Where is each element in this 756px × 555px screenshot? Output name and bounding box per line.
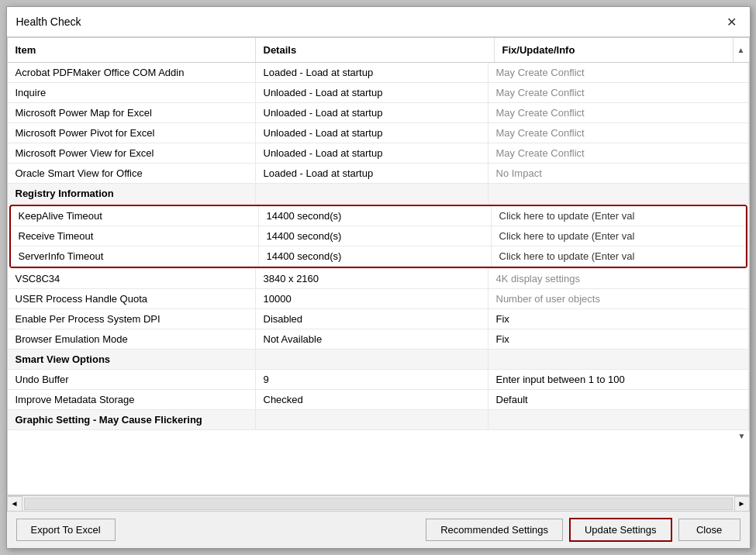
cell-fix: Fix (488, 309, 749, 329)
cell-details (256, 410, 488, 429)
scroll-up-icon[interactable]: ▲ (734, 38, 749, 62)
col-fix: Fix/Update/Info (495, 38, 734, 62)
col-details: Details (256, 38, 495, 62)
table-row[interactable]: Microsoft Power View for ExcelUnloaded -… (8, 143, 749, 164)
table-row[interactable]: Enable Per Process System DPIDisabledFix (8, 309, 749, 329)
scroll-right-icon[interactable]: ► (734, 496, 750, 512)
cell-details: 10000 (256, 289, 488, 309)
update-settings-button[interactable]: Update Settings (569, 518, 672, 542)
cell-item: USER Process Handle Quota (8, 289, 256, 309)
cell-details (256, 350, 488, 369)
cell-fix: May Create Conflict (488, 103, 749, 122)
cell-fix: May Create Conflict (488, 83, 749, 102)
cell-fix: May Create Conflict (488, 63, 749, 82)
scroll-left-icon[interactable]: ◄ (7, 496, 22, 512)
cell-item: Registry Information (8, 184, 256, 203)
cell-item: Browser Emulation Mode (8, 329, 256, 349)
table-row[interactable]: Acrobat PDFMaker Office COM AddinLoaded … (8, 63, 749, 83)
cell-details: Unloaded - Load at startup (256, 83, 488, 102)
title-bar: Health Check ✕ (7, 7, 750, 37)
table-row: Smart View Options (8, 350, 749, 370)
table-row[interactable]: USER Process Handle Quota10000Number of … (8, 289, 749, 309)
cell-item: VSC8C34 (8, 269, 256, 288)
cell-fix: 4K display settings (488, 269, 749, 288)
cell-item: Improve Metadata Storage (8, 390, 256, 409)
col-item: Item (8, 38, 256, 62)
cell-fix (488, 350, 749, 369)
cell-fix: Number of user objects (488, 289, 749, 309)
cell-details: Loaded - Load at startup (256, 164, 488, 183)
footer-right: Recommended Settings Update Settings Clo… (426, 518, 740, 542)
close-button[interactable]: Close (678, 519, 740, 541)
cell-item: Receive Timeout (11, 226, 259, 246)
scroll-down-icon[interactable]: ▼ (8, 430, 749, 442)
cell-details: Unloaded - Load at startup (256, 103, 488, 122)
cell-fix (488, 184, 749, 203)
cell-fix[interactable]: Click here to update (Enter val (492, 206, 746, 226)
cell-fix: May Create Conflict (488, 143, 749, 163)
cell-details: 14400 second(s) (259, 206, 492, 226)
cell-item: Smart View Options (8, 350, 256, 369)
cell-details: Disabled (256, 309, 488, 329)
cell-details (256, 184, 488, 203)
cell-item: Enable Per Process System DPI (8, 309, 256, 329)
cell-fix: No Impact (488, 164, 749, 183)
cell-fix[interactable]: Click here to update (Enter val (492, 246, 746, 266)
cell-fix[interactable]: Click here to update (Enter val (492, 226, 746, 246)
cell-item: Microsoft Power Pivot for Excel (8, 123, 256, 143)
table-row[interactable]: Undo Buffer9Enter input between 1 to 100 (8, 370, 749, 390)
table-row[interactable]: Improve Metadata StorageCheckedDefault (8, 390, 749, 410)
footer: Export To Excel Recommended Settings Upd… (7, 511, 750, 548)
table-row[interactable]: ServerInfo Timeout14400 second(s)Click h… (11, 246, 746, 267)
cell-fix (488, 410, 749, 429)
cell-fix: Enter input between 1 to 100 (488, 370, 749, 389)
cell-details: 9 (256, 370, 488, 389)
table-header: Item Details Fix/Update/Info ▲ (8, 38, 749, 63)
table-row: Registry Information (8, 184, 749, 204)
export-to-excel-button[interactable]: Export To Excel (16, 519, 116, 541)
cell-item: Graphic Setting - May Cause Flickering (8, 410, 256, 429)
cell-details: Checked (256, 390, 488, 409)
cell-item: Acrobat PDFMaker Office COM Addin (8, 63, 256, 82)
cell-item: Microsoft Power View for Excel (8, 143, 256, 163)
cell-fix: Fix (488, 329, 749, 349)
table-row: Graphic Setting - May Cause Flickering (8, 410, 749, 430)
horizontal-scrollbar[interactable]: ◄ ► (7, 495, 750, 511)
cell-details: Unloaded - Load at startup (256, 143, 488, 163)
table-row[interactable]: VSC8C343840 x 21604K display settings (8, 269, 749, 289)
cell-item: Undo Buffer (8, 370, 256, 389)
table-row[interactable]: InquireUnloaded - Load at startupMay Cre… (8, 83, 749, 103)
health-check-dialog: Health Check ✕ Item Details Fix/Update/I… (6, 6, 751, 549)
cell-item: Microsoft Power Map for Excel (8, 103, 256, 122)
table-row[interactable]: Microsoft Power Pivot for ExcelUnloaded … (8, 123, 749, 143)
cell-details: Loaded - Load at startup (256, 63, 488, 82)
table-body: Acrobat PDFMaker Office COM AddinLoaded … (8, 63, 749, 495)
recommended-settings-button[interactable]: Recommended Settings (426, 519, 563, 541)
table-row[interactable]: KeepAlive Timeout14400 second(s)Click he… (11, 206, 746, 226)
cell-details: Not Available (256, 329, 488, 349)
close-icon[interactable]: ✕ (723, 13, 740, 30)
cell-details: Unloaded - Load at startup (256, 123, 488, 143)
table-row[interactable]: Oracle Smart View for OfficeLoaded - Loa… (8, 164, 749, 184)
cell-fix: Default (488, 390, 749, 409)
cell-details: 14400 second(s) (259, 246, 492, 266)
cell-details: 3840 x 2160 (256, 269, 488, 288)
table-row[interactable]: Browser Emulation ModeNot AvailableFix (8, 329, 749, 350)
table-container: Item Details Fix/Update/Info ▲ Acrobat P… (7, 37, 750, 495)
cell-details: 14400 second(s) (259, 226, 492, 246)
scroll-track[interactable] (24, 498, 733, 510)
cell-item: KeepAlive Timeout (11, 206, 259, 226)
cell-item: ServerInfo Timeout (11, 246, 259, 266)
registry-highlight-group: KeepAlive Timeout14400 second(s)Click he… (9, 205, 747, 268)
table-row[interactable]: Receive Timeout14400 second(s)Click here… (11, 226, 746, 246)
cell-fix: May Create Conflict (488, 123, 749, 143)
cell-item: Oracle Smart View for Office (8, 164, 256, 183)
table-row[interactable]: Microsoft Power Map for ExcelUnloaded - … (8, 103, 749, 123)
cell-item: Inquire (8, 83, 256, 102)
dialog-title: Health Check (16, 16, 81, 28)
